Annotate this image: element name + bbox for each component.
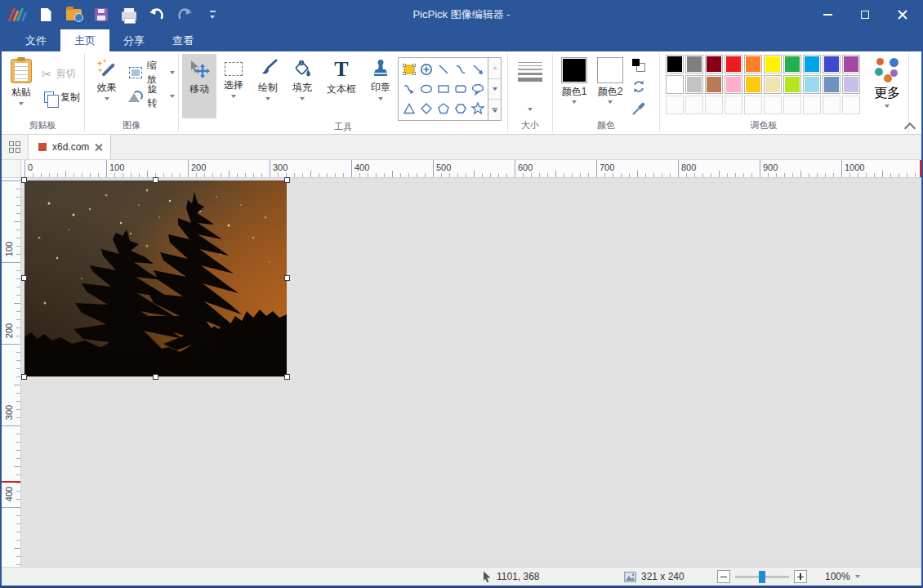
effects-button[interactable]: 效果	[88, 54, 125, 118]
paste-button[interactable]: 粘贴	[4, 54, 38, 118]
minimize-button[interactable]	[809, 0, 846, 29]
selection-handle-w[interactable]	[21, 275, 27, 281]
canvas-area[interactable]	[21, 178, 921, 567]
stamp-tool-button[interactable]: 印章	[363, 54, 398, 118]
all-documents-icon[interactable]	[2, 135, 29, 159]
shape-circle-plus[interactable]	[417, 60, 435, 79]
palette-swatch[interactable]	[666, 75, 684, 94]
shape-diamond[interactable]	[417, 99, 435, 118]
swap-colors-icon[interactable]	[632, 59, 645, 72]
palette-swatch[interactable]	[685, 75, 703, 94]
undo-icon[interactable]	[147, 5, 167, 24]
palette-swatch[interactable]	[725, 55, 742, 74]
selection-handle-ne[interactable]	[284, 177, 290, 183]
customize-toolbar-icon[interactable]	[203, 5, 222, 24]
rotate-button[interactable]: 旋转	[128, 88, 175, 105]
selection-handle-sw[interactable]	[21, 374, 27, 380]
shape-arrow[interactable]	[469, 60, 486, 79]
collapse-ribbon-icon[interactable]	[906, 122, 914, 129]
shape-speech-bubble[interactable]	[469, 79, 486, 99]
close-button[interactable]	[884, 0, 921, 29]
shape-hexagon[interactable]	[452, 99, 469, 118]
line-size-button[interactable]	[511, 54, 549, 118]
palette-swatch[interactable]	[803, 75, 821, 94]
shape-rounded-rectangle[interactable]	[452, 79, 469, 99]
tab-file[interactable]: 文件	[11, 29, 60, 51]
color2-button[interactable]: 颜色2	[592, 54, 628, 104]
palette-swatch[interactable]	[764, 75, 782, 94]
palette-swatch-empty[interactable]	[685, 96, 703, 114]
selection-handle-nw[interactable]	[21, 177, 27, 183]
palette-swatch-empty[interactable]	[705, 96, 723, 114]
palette-swatch-empty[interactable]	[725, 96, 742, 114]
palette-swatch[interactable]	[823, 55, 841, 74]
zoom-slider[interactable]	[735, 576, 789, 578]
canvas-image[interactable]	[25, 180, 287, 376]
palette-swatch[interactable]	[744, 75, 762, 94]
palette-swatch[interactable]	[685, 55, 703, 74]
palette-swatch-empty[interactable]	[783, 96, 801, 114]
tab-close-icon[interactable]	[95, 144, 102, 151]
palette-swatch[interactable]	[783, 75, 801, 94]
shape-triangle[interactable]	[400, 99, 417, 118]
palette-swatch[interactable]	[725, 75, 742, 94]
palette-swatch-empty[interactable]	[823, 96, 841, 114]
redo-icon[interactable]	[175, 5, 194, 24]
shape-scroll-up-icon[interactable]	[488, 58, 501, 79]
shape-rectangle[interactable]	[435, 79, 452, 99]
zoom-out-button[interactable]	[717, 570, 730, 583]
select-tool-button[interactable]: 选择	[216, 54, 251, 118]
eyedropper-icon[interactable]	[631, 101, 646, 116]
selection-handle-se[interactable]	[284, 374, 290, 380]
new-document-icon[interactable]	[36, 5, 56, 24]
shape-selection[interactable]	[400, 60, 417, 79]
palette-swatch[interactable]	[764, 55, 782, 74]
palette-swatch-empty[interactable]	[744, 96, 762, 114]
resize-button[interactable]: 缩放	[128, 65, 175, 81]
palette-swatch-empty[interactable]	[764, 96, 782, 114]
palette-swatch-empty[interactable]	[666, 96, 684, 114]
document-tab[interactable]: x6d.com	[29, 135, 111, 159]
selection-handle-s[interactable]	[153, 374, 158, 380]
print-icon[interactable]	[119, 5, 139, 24]
shape-gallery-expand-icon[interactable]	[488, 100, 501, 120]
palette-swatch[interactable]	[666, 55, 684, 74]
refresh-colors-icon[interactable]	[631, 79, 646, 94]
shape-scroll-down-icon[interactable]	[488, 79, 501, 100]
shape-line[interactable]	[435, 60, 452, 79]
more-colors-button[interactable]: 更多	[869, 54, 905, 108]
zoom-in-button[interactable]	[794, 570, 807, 583]
shape-pentagon[interactable]	[435, 99, 452, 118]
palette-swatch-empty[interactable]	[842, 96, 860, 114]
palette-swatch[interactable]	[842, 55, 860, 74]
zoom-slider-thumb[interactable]	[759, 571, 765, 583]
shape-curve-arrow[interactable]	[400, 79, 417, 99]
maximize-button[interactable]	[846, 0, 884, 29]
palette-swatch[interactable]	[705, 75, 723, 94]
palette-swatch[interactable]	[705, 55, 723, 74]
textbox-tool-button[interactable]: T 文本框	[319, 54, 363, 118]
palette-swatch-empty[interactable]	[803, 96, 821, 114]
color1-button[interactable]: 颜色1	[556, 54, 592, 104]
move-tool-button[interactable]: 移动	[182, 54, 216, 118]
fill-tool-button[interactable]: 填充	[285, 54, 319, 118]
shape-curve[interactable]	[452, 60, 469, 79]
save-icon[interactable]	[91, 5, 111, 24]
tab-view[interactable]: 查看	[158, 29, 207, 51]
shape-ellipse[interactable]	[417, 79, 435, 99]
shape-star[interactable]	[469, 99, 486, 118]
palette-swatch[interactable]	[783, 55, 801, 74]
cut-button[interactable]: ✂ 剪切	[42, 65, 80, 82]
open-folder-icon[interactable]	[64, 5, 83, 24]
copy-button[interactable]: 复制	[42, 89, 80, 105]
palette-swatch[interactable]	[744, 55, 762, 74]
selection-handle-e[interactable]	[284, 275, 290, 281]
tab-home[interactable]: 主页	[60, 29, 109, 51]
tab-share[interactable]: 分享	[109, 29, 158, 51]
palette-swatch[interactable]	[823, 75, 841, 94]
palette-swatch[interactable]	[803, 55, 821, 74]
palette-swatch[interactable]	[842, 75, 860, 94]
draw-tool-button[interactable]: 绘制	[251, 54, 285, 118]
zoom-dropdown-caret[interactable]	[855, 575, 860, 578]
selection-handle-n[interactable]	[153, 177, 158, 183]
